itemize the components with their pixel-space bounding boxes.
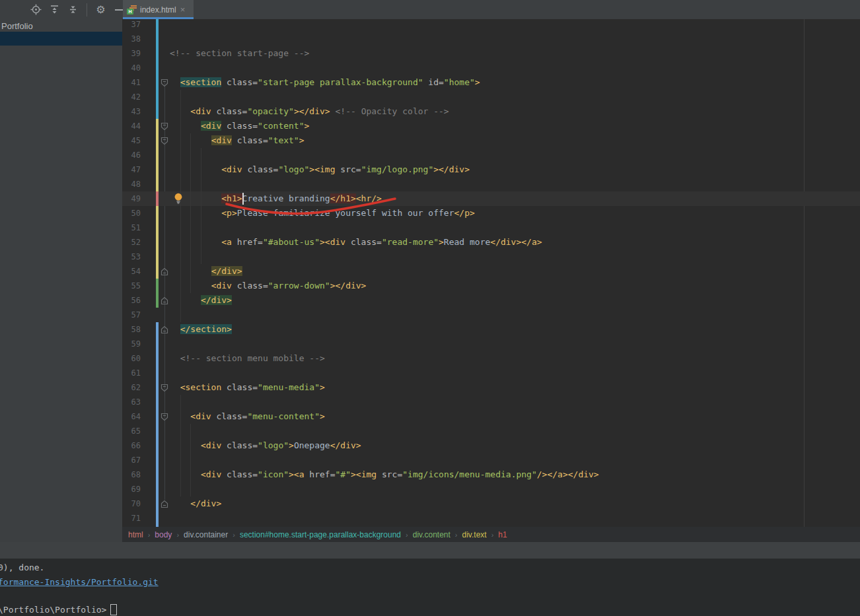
line-number[interactable]: 49 bbox=[122, 191, 141, 206]
code-text[interactable]: <div class="menu-content"> bbox=[170, 409, 325, 424]
line-number[interactable]: 67 bbox=[122, 453, 141, 467]
line-number[interactable]: 38 bbox=[122, 32, 141, 46]
line-number[interactable]: 47 bbox=[122, 162, 141, 177]
line-number[interactable]: 54 bbox=[122, 264, 141, 279]
code-line[interactable]: 43 <div class="opacity"></div> <!-- Opac… bbox=[122, 104, 860, 119]
editor-pane[interactable]: 373839<!-- section start-page -->4041 <s… bbox=[122, 19, 860, 527]
fold-collapse-marker[interactable] bbox=[161, 296, 170, 305]
fold-expand-marker[interactable] bbox=[161, 78, 170, 87]
breadcrumb-item[interactable]: div.container bbox=[184, 530, 228, 539]
line-number[interactable]: 37 bbox=[122, 19, 141, 32]
line-number[interactable]: 57 bbox=[122, 308, 141, 322]
code-line[interactable]: 68 <div class="icon"><a href="#"><img sr… bbox=[122, 467, 860, 482]
code-text[interactable]: <div class="logo">Onepage</div> bbox=[170, 438, 361, 453]
code-line[interactable]: 58 </section> bbox=[122, 322, 860, 337]
code-text[interactable]: <!-- section menu mobile --> bbox=[170, 351, 325, 366]
code-text[interactable]: <div class="opacity"></div> <!-- Opacity… bbox=[170, 104, 449, 119]
code-line[interactable]: 61 bbox=[122, 366, 860, 380]
line-number[interactable]: 52 bbox=[122, 235, 141, 250]
line-number[interactable]: 51 bbox=[122, 221, 141, 235]
code-text[interactable]: <div class="content"> bbox=[170, 119, 309, 133]
code-line[interactable]: 42 bbox=[122, 90, 860, 104]
terminal-link-line[interactable]: formance-Insights/Portfolio.git bbox=[0, 576, 159, 588]
code-line[interactable]: 39<!-- section start-page --> bbox=[122, 46, 860, 61]
line-number[interactable]: 56 bbox=[122, 293, 141, 308]
breadcrumb-item[interactable]: h1 bbox=[498, 530, 507, 539]
code-line[interactable]: 37 bbox=[122, 19, 860, 32]
breadcrumb-item[interactable]: section#home.start-page.parallax-backgro… bbox=[240, 530, 401, 539]
breadcrumb-item[interactable]: html bbox=[128, 530, 143, 539]
code-text[interactable]: <section class="menu-media"> bbox=[170, 380, 325, 395]
fold-expand-marker[interactable] bbox=[161, 121, 170, 131]
settings-gear-icon[interactable]: ⚙ bbox=[95, 4, 106, 15]
code-line[interactable]: 59 bbox=[122, 337, 860, 351]
tab-close-icon[interactable]: × bbox=[180, 5, 186, 14]
code-line[interactable]: 44 <div class="content"> bbox=[122, 119, 860, 133]
fold-expand-marker[interactable] bbox=[161, 383, 170, 392]
code-line[interactable]: 51 bbox=[122, 221, 860, 235]
code-line[interactable]: 49 <h1>Creative branding</h1><hr/> bbox=[122, 191, 860, 206]
code-line[interactable]: 53 bbox=[122, 250, 860, 264]
line-number[interactable]: 61 bbox=[122, 366, 141, 380]
locate-file-icon[interactable] bbox=[30, 4, 42, 15]
line-number[interactable]: 71 bbox=[122, 511, 141, 526]
line-number[interactable]: 66 bbox=[122, 438, 141, 453]
code-line[interactable]: 57 bbox=[122, 308, 860, 322]
fold-collapse-marker[interactable] bbox=[161, 267, 170, 276]
code-line[interactable]: 66 <div class="logo">Onepage</div> bbox=[122, 438, 860, 453]
code-text[interactable]: <section class="start-page parallax-back… bbox=[170, 75, 480, 90]
code-text[interactable]: </div> bbox=[170, 496, 221, 511]
line-number[interactable]: 45 bbox=[122, 133, 141, 148]
line-number[interactable]: 70 bbox=[122, 496, 141, 511]
code-line[interactable]: 65 bbox=[122, 424, 860, 438]
project-tool-window[interactable]: Portfolio bbox=[0, 19, 122, 559]
code-line[interactable]: 69 bbox=[122, 482, 860, 496]
breadcrumb-item[interactable]: body bbox=[155, 530, 172, 539]
code-line[interactable]: 52 <a href="#about-us"><div class="read-… bbox=[122, 235, 860, 250]
line-number[interactable]: 39 bbox=[122, 46, 141, 61]
fold-collapse-marker[interactable] bbox=[161, 499, 170, 508]
line-number[interactable]: 63 bbox=[122, 395, 141, 409]
code-text[interactable]: <h1>Creative branding</h1><hr/> bbox=[170, 191, 382, 206]
line-number[interactable]: 60 bbox=[122, 351, 141, 366]
fold-collapse-marker[interactable] bbox=[161, 325, 170, 334]
code-line[interactable]: 40 bbox=[122, 61, 860, 75]
line-number[interactable]: 58 bbox=[122, 322, 141, 337]
code-text[interactable]: </div> bbox=[170, 264, 242, 279]
code-line[interactable]: 45 <div class="text"> bbox=[122, 133, 860, 148]
code-line[interactable]: 63 bbox=[122, 395, 860, 409]
code-line[interactable]: 56 </div> bbox=[122, 293, 860, 308]
code-line[interactable]: 62 <section class="menu-media"> bbox=[122, 380, 860, 395]
collapse-all-icon[interactable] bbox=[67, 4, 79, 15]
code-line[interactable]: 47 <div class="logo"><img src="img/logo.… bbox=[122, 162, 860, 177]
project-root-label[interactable]: Portfolio bbox=[1, 21, 33, 31]
code-line[interactable]: 64 <div class="menu-content"> bbox=[122, 409, 860, 424]
line-number[interactable]: 50 bbox=[122, 206, 141, 221]
editor-tab-index-html[interactable]: H index.html × bbox=[123, 0, 194, 19]
line-number[interactable]: 62 bbox=[122, 380, 141, 395]
code-line[interactable]: 67 bbox=[122, 453, 860, 467]
code-line[interactable]: 54 </div> bbox=[122, 264, 860, 279]
code-line[interactable]: 41 <section class="start-page parallax-b… bbox=[122, 75, 860, 90]
code-text[interactable]: </section> bbox=[170, 322, 232, 337]
code-text[interactable]: <!-- section start-page --> bbox=[170, 46, 309, 61]
breadcrumb-item[interactable]: div.content bbox=[413, 530, 450, 539]
code-text[interactable]: <div class="text"> bbox=[170, 133, 305, 148]
line-number[interactable]: 43 bbox=[122, 104, 141, 119]
fold-expand-marker[interactable] bbox=[161, 136, 170, 145]
project-selected-row[interactable] bbox=[0, 32, 122, 46]
code-text[interactable]: <div class="logo"><img src="img/logo.png… bbox=[170, 162, 470, 177]
code-line[interactable]: 55 <div class="arrow-down"></div> bbox=[122, 279, 860, 293]
line-number[interactable]: 65 bbox=[122, 424, 141, 438]
line-number[interactable]: 40 bbox=[122, 61, 141, 75]
expand-all-icon[interactable] bbox=[49, 4, 60, 15]
git-remote-link[interactable]: formance-Insights/Portfolio.git bbox=[0, 577, 159, 587]
code-line[interactable]: 48 bbox=[122, 177, 860, 191]
line-number[interactable]: 53 bbox=[122, 250, 141, 264]
line-number[interactable]: 68 bbox=[122, 467, 141, 482]
line-number[interactable]: 42 bbox=[122, 90, 141, 104]
line-number[interactable]: 48 bbox=[122, 177, 141, 191]
code-text[interactable]: <p>Please familiarize yourself with our … bbox=[170, 206, 475, 221]
code-line[interactable]: 70 </div> bbox=[122, 496, 860, 511]
terminal-prompt-line[interactable]: \Portfolio\Portfolio> bbox=[0, 604, 117, 616]
